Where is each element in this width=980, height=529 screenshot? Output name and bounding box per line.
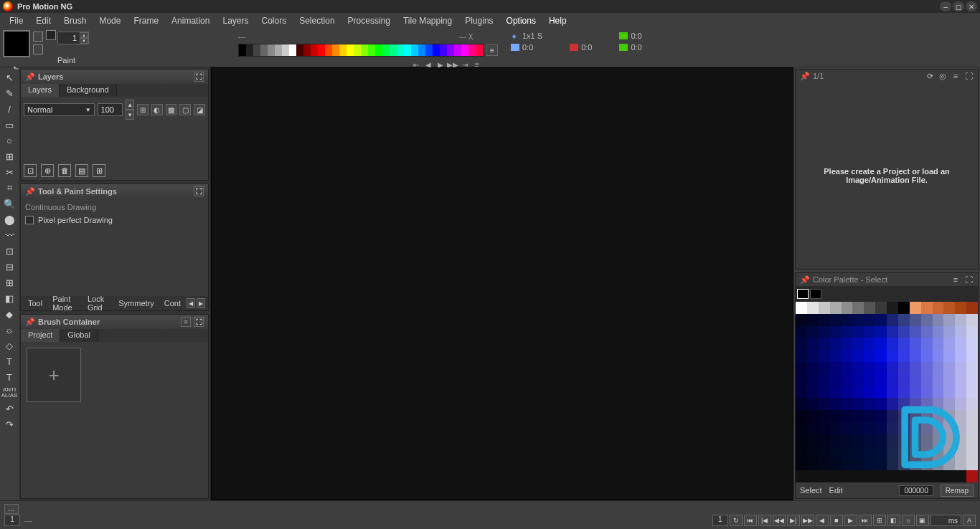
palette-swatch[interactable] <box>339 44 347 56</box>
color-swatch[interactable] <box>910 447 921 459</box>
color-swatch[interactable] <box>933 470 944 482</box>
color-swatch[interactable] <box>852 434 864 447</box>
color-swatch[interactable] <box>955 434 966 447</box>
color-swatch[interactable] <box>807 434 819 447</box>
color-swatch[interactable] <box>842 410 853 422</box>
pixel-perfect-checkbox[interactable] <box>25 216 34 224</box>
layer-del-icon[interactable]: 🗑 <box>58 164 71 177</box>
palette-swatch[interactable] <box>368 44 375 56</box>
brush-size-spinner[interactable]: ▲▼ <box>57 32 89 44</box>
color-swatch[interactable] <box>875 338 887 350</box>
color-swatch[interactable] <box>910 362 921 374</box>
tool-19[interactable]: T <box>2 370 17 384</box>
color-swatch[interactable] <box>898 302 910 314</box>
color-swatch[interactable] <box>864 398 875 410</box>
color-swatch[interactable] <box>830 386 842 399</box>
color-swatch[interactable] <box>943 302 955 314</box>
color-swatch[interactable] <box>933 350 944 362</box>
color-swatch[interactable] <box>819 362 830 374</box>
color-swatch[interactable] <box>910 350 921 362</box>
color-swatch[interactable] <box>830 434 842 447</box>
color-swatch[interactable] <box>864 434 875 447</box>
preview-refresh-icon[interactable]: ⟳ <box>925 71 935 81</box>
color-swatch[interactable] <box>943 434 955 447</box>
settings-expand-icon[interactable]: ⛶ <box>194 186 204 196</box>
color-swatch[interactable] <box>955 447 966 459</box>
color-swatch[interactable] <box>807 314 819 326</box>
color-swatch[interactable] <box>830 374 842 386</box>
menu-edit[interactable]: Edit <box>29 14 57 28</box>
tool-12[interactable]: ⊟ <box>2 259 17 274</box>
color-swatch[interactable] <box>807 410 819 422</box>
color-swatch[interactable] <box>943 447 955 459</box>
palette-swatch[interactable] <box>382 44 390 56</box>
tool-6[interactable]: ✂ <box>2 165 17 179</box>
tool-9[interactable]: ⬤ <box>2 212 17 227</box>
color-swatch[interactable] <box>875 434 887 447</box>
color-swatch[interactable] <box>796 362 807 374</box>
menu-plugins[interactable]: Plugins <box>458 14 499 28</box>
color-swatch[interactable] <box>796 410 807 422</box>
color-swatch[interactable] <box>887 350 898 362</box>
color-swatch[interactable] <box>830 350 842 362</box>
color-swatch[interactable] <box>955 314 966 326</box>
color-swatch[interactable] <box>943 398 955 410</box>
menu-processing[interactable]: Processing <box>341 14 397 28</box>
color-swatch[interactable] <box>864 338 875 350</box>
color-swatch[interactable] <box>921 326 933 338</box>
color-swatch[interactable] <box>819 386 830 399</box>
color-swatch[interactable] <box>875 326 887 338</box>
tool-20[interactable]: ANTIALIAS <box>2 386 17 400</box>
tool-21[interactable]: ↶ <box>2 401 17 416</box>
palette-strip[interactable] <box>238 44 484 57</box>
color-swatch[interactable] <box>966 410 978 422</box>
color-swatch[interactable] <box>819 434 830 447</box>
palette-swatch[interactable] <box>468 44 476 56</box>
color-swatch[interactable] <box>966 470 978 482</box>
frame-left-box[interactable]: 1 <box>4 515 20 526</box>
layer-dup-icon[interactable]: ⊕ <box>41 164 54 177</box>
status-menu-button[interactable]: … <box>4 504 19 514</box>
color-swatch[interactable] <box>943 314 955 326</box>
color-swatch[interactable] <box>807 326 819 338</box>
color-swatch[interactable] <box>966 447 978 459</box>
color-swatch[interactable] <box>819 447 830 459</box>
stab-lockgrid[interactable]: Lock Grid <box>83 293 113 313</box>
color-swatch[interactable] <box>955 470 966 482</box>
color-swatch[interactable] <box>807 470 819 482</box>
layer-lock-icon[interactable]: ⊞ <box>137 104 149 115</box>
color-swatch[interactable] <box>796 326 807 338</box>
color-swatch[interactable] <box>955 386 966 399</box>
color-swatch[interactable] <box>910 326 921 338</box>
color-swatch[interactable] <box>966 398 978 410</box>
brush-menu-icon[interactable]: ≡ <box>181 317 191 327</box>
palette-swatch[interactable] <box>282 44 289 56</box>
color-swatch[interactable] <box>933 410 944 422</box>
color-swatch[interactable] <box>921 386 933 399</box>
play-prevkey-icon[interactable]: |◀ <box>758 515 771 526</box>
tool-11[interactable]: ⊡ <box>2 244 17 258</box>
color-swatch[interactable] <box>864 410 875 422</box>
color-swatch[interactable] <box>943 350 955 362</box>
menu-colors[interactable]: Colors <box>255 14 293 28</box>
color-swatch[interactable] <box>955 350 966 362</box>
color-swatch[interactable] <box>887 302 898 314</box>
color-swatch[interactable] <box>887 386 898 399</box>
blend-mode-dropdown[interactable]: Normal▼ <box>24 103 95 116</box>
color-swatch[interactable] <box>819 314 830 326</box>
color-swatch[interactable] <box>842 350 853 362</box>
color-swatch[interactable] <box>852 447 864 459</box>
play-stop-icon[interactable]: ■ <box>830 515 843 526</box>
color-swatch[interactable] <box>852 386 864 399</box>
palette-swatch[interactable] <box>347 44 354 56</box>
color-swatch[interactable] <box>898 362 910 374</box>
color-swatch[interactable] <box>955 398 966 410</box>
color-swatch[interactable] <box>830 447 842 459</box>
color-swatch[interactable] <box>842 470 853 482</box>
color-swatch[interactable] <box>921 314 933 326</box>
color-swatch[interactable] <box>852 302 864 314</box>
color-swatch[interactable] <box>796 350 807 362</box>
tool-8[interactable]: 🔍 <box>2 196 17 211</box>
color-swatch[interactable] <box>921 350 933 362</box>
color-swatch[interactable] <box>796 422 807 434</box>
